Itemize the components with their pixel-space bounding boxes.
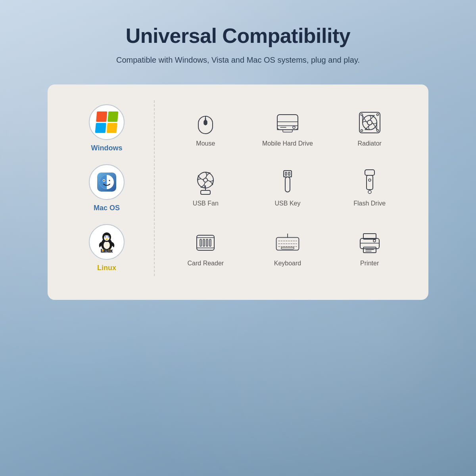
device-item-flash-drive: Flash Drive — [330, 160, 409, 216]
printer-icon — [357, 230, 382, 255]
usb-fan-label: USB Fan — [193, 200, 219, 207]
macos-finder-icon — [96, 171, 118, 193]
svg-point-31 — [376, 113, 378, 115]
svg-rect-58 — [281, 247, 294, 249]
svg-rect-48 — [200, 239, 202, 246]
device-item-card-reader: Card Reader — [167, 220, 245, 276]
svg-point-7 — [104, 241, 110, 249]
svg-point-4 — [104, 180, 105, 181]
mobile-hard-drive-label: Mobile Hard Drive — [262, 140, 313, 147]
device-item-radiator: Radiator — [330, 100, 409, 156]
mouse-label: Mouse — [196, 140, 215, 147]
svg-rect-40 — [288, 172, 290, 175]
svg-rect-49 — [203, 239, 205, 246]
page-subtitle: Compatible with Windows, Vista and Mac O… — [116, 56, 360, 65]
svg-rect-59 — [363, 247, 376, 253]
os-item-windows: Windows — [89, 104, 125, 152]
devices-grid: Mouse Mobile Hard Drive — [155, 100, 409, 276]
printer-label: Printer — [360, 260, 379, 267]
keyboard-icon — [275, 230, 300, 255]
device-item-mouse: Mouse — [167, 100, 245, 156]
svg-rect-43 — [365, 170, 374, 175]
windows-label: Windows — [91, 144, 123, 152]
os-item-macos: Mac OS — [89, 164, 125, 212]
svg-point-30 — [361, 113, 363, 115]
svg-rect-50 — [206, 239, 208, 246]
svg-rect-38 — [284, 171, 292, 177]
svg-rect-44 — [367, 175, 373, 190]
main-card: Windows — [48, 84, 428, 300]
device-item-mobile-hard-drive: Mobile Hard Drive — [249, 100, 327, 156]
radiator-label: Radiator — [357, 140, 381, 147]
page-title: Universal Compatibility — [126, 24, 350, 48]
windows-logo-circle — [89, 104, 125, 140]
card-reader-icon — [193, 230, 218, 255]
usb-fan-icon — [193, 170, 218, 195]
device-item-usb-key: USB Key — [249, 160, 327, 216]
svg-point-25 — [293, 126, 295, 129]
svg-rect-51 — [209, 239, 211, 246]
os-column: Windows — [67, 100, 155, 276]
svg-text:Linux: Linux — [101, 248, 113, 253]
svg-point-46 — [369, 179, 371, 181]
svg-point-33 — [376, 129, 378, 131]
device-item-printer: Printer — [330, 220, 409, 276]
svg-point-28 — [363, 115, 377, 130]
svg-point-29 — [367, 120, 372, 125]
svg-point-45 — [368, 190, 371, 194]
svg-rect-41 — [285, 177, 290, 192]
device-item-keyboard: Keyboard — [249, 220, 327, 276]
flash-drive-icon — [357, 170, 382, 195]
svg-rect-34 — [201, 190, 210, 194]
flash-drive-label: Flash Drive — [353, 200, 386, 207]
usb-key-icon — [275, 170, 300, 195]
svg-point-37 — [203, 178, 207, 182]
usb-key-label: USB Key — [275, 200, 301, 207]
macos-label: Mac OS — [94, 204, 120, 212]
mouse-icon — [193, 110, 218, 135]
svg-rect-39 — [285, 172, 287, 175]
keyboard-label: Keyboard — [274, 260, 301, 267]
svg-point-5 — [109, 180, 110, 181]
linux-tux-icon: Linux — [95, 230, 119, 254]
svg-point-13 — [108, 236, 109, 238]
linux-label: Linux — [97, 264, 116, 272]
svg-point-12 — [105, 236, 106, 238]
macos-logo-circle — [89, 164, 125, 200]
mobile-hard-drive-icon — [275, 110, 300, 135]
os-item-linux: Linux Linux — [89, 224, 125, 272]
radiator-icon — [357, 110, 382, 135]
windows-flag-icon — [95, 111, 119, 133]
card-reader-label: Card Reader — [188, 260, 224, 267]
svg-rect-20 — [204, 120, 207, 125]
svg-point-63 — [373, 240, 376, 242]
device-item-usb-fan: USB Fan — [167, 160, 245, 216]
linux-logo-circle: Linux — [89, 224, 125, 260]
svg-point-32 — [361, 129, 363, 131]
